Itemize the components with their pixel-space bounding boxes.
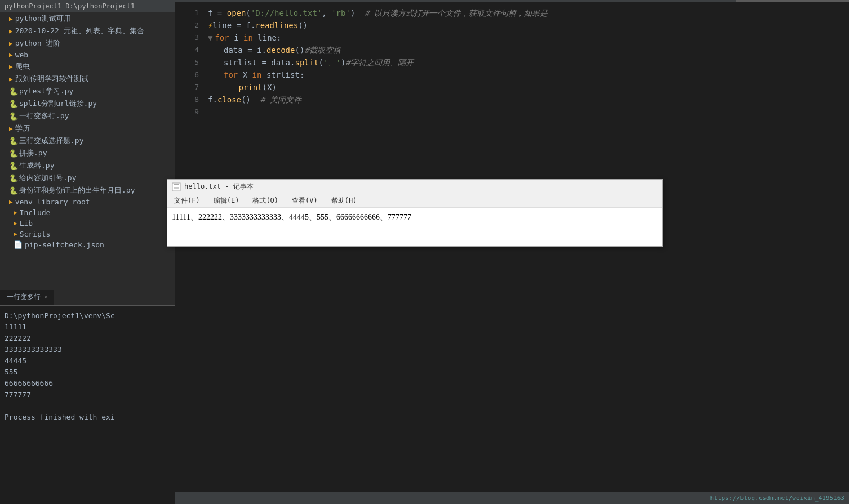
terminal-tab-multiline[interactable]: 一行变多行 × [0, 290, 54, 305]
sidebar-item-label: 三行变成选择题.py [19, 136, 83, 146]
py-file-icon: 🐍 [9, 112, 17, 120]
terminal-close-button[interactable]: × [44, 294, 47, 300]
sidebar-item-label: venv library root [15, 198, 90, 206]
terminal-output-1: 11111 [5, 322, 171, 333]
code-token: = [217, 7, 227, 19]
terminal-output-2: 222222 [5, 333, 171, 344]
line-num-2: 2 [175, 19, 199, 32]
folder-icon: ▶ [14, 209, 17, 216]
code-token: decode [266, 44, 295, 56]
notepad-menu-edit[interactable]: 编辑(E) [211, 195, 242, 206]
code-token: for [224, 69, 243, 81]
folder-icon: ▶ [9, 15, 13, 23]
sidebar-item-venv[interactable]: ▶ venv library root [0, 197, 175, 207]
code-token: = [237, 19, 246, 32]
folder-icon: ▶ [9, 75, 13, 83]
status-bar: https://blog.csdn.net/weixin_4195163 [175, 492, 849, 504]
line-num-3: 3 [175, 32, 199, 44]
sidebar-item-label: pytest学习.py [19, 86, 73, 96]
terminal-tab-label: 一行变多行 [7, 292, 41, 302]
code-token: split [295, 56, 318, 69]
sidebar-item-crawler[interactable]: ▶ 爬虫 [0, 60, 175, 73]
sidebar-item-label: Lib [20, 219, 33, 228]
notepad-content[interactable]: 11111、222222、3333333333333、44445、555、666… [167, 208, 662, 227]
py-file-icon: 🐍 [9, 100, 17, 108]
sidebar-item-scripts[interactable]: ▶ Scripts [0, 229, 175, 239]
sidebar-item-include[interactable]: ▶ Include [0, 207, 175, 218]
sidebar-item-label: python 进阶 [15, 38, 61, 48]
code-line-5: strlist = data . split ( '、' ) #字符之间用、隔开 [208, 56, 849, 69]
folder-icon: ▶ [14, 220, 17, 227]
py-file-icon: 🐍 [9, 149, 17, 157]
terminal-area: 一行变多行 × D:\pythonProject1\venv\Sc 11111 … [0, 290, 175, 504]
code-token: '、' [323, 56, 341, 69]
code-token: #字符之间用、隔开 [345, 56, 413, 69]
code-token: . [212, 93, 217, 106]
sidebar-item-web[interactable]: ▶ web [0, 50, 175, 60]
py-file-icon: 🐍 [9, 186, 17, 194]
line-num-5: 5 [175, 56, 199, 69]
code-content[interactable]: f = open ( 'D://hello.txt' , 'rb' ) # 以只… [203, 2, 849, 504]
notepad-text: 11111、222222、3333333333333、44445、555、666… [172, 213, 411, 221]
sidebar-header: pythonProject1 D:\pythonProject1 [0, 0, 175, 12]
sidebar-item-split[interactable]: 🐍 split分割url链接.py [0, 97, 175, 110]
sidebar-item-liu[interactable]: ▶ 跟刘传明学习软件测试 [0, 73, 175, 85]
sidebar-item-label: 身份证和身份证上的出生年月日.py [19, 185, 135, 195]
code-token: # 关闭文件 [251, 93, 301, 106]
sidebar-item-label: 给内容加引号.py [19, 173, 76, 183]
code-token: X [267, 81, 272, 93]
sidebar-item-python-test[interactable]: ▶ python测试可用 [0, 12, 175, 25]
sidebar-item-pytest[interactable]: 🐍 pytest学习.py [0, 85, 175, 97]
sidebar-item-generator[interactable]: 🐍 生成器.py [0, 159, 175, 172]
sidebar-item-quotes[interactable]: 🐍 给内容加引号.py [0, 172, 175, 184]
code-token: line [212, 19, 236, 32]
sidebar-item-multiline[interactable]: 🐍 一行变多行.py [0, 110, 175, 122]
folder-icon: ▶ [9, 63, 13, 70]
sidebar-item-pip-selfcheck[interactable]: 📄 pip-selfcheck.json [0, 239, 175, 250]
code-token: in [252, 69, 266, 81]
notepad-menu-view[interactable]: 查看(V) [290, 195, 320, 206]
code-token: ) [272, 81, 276, 93]
code-token: strlist [266, 69, 300, 81]
sidebar-item-quiz[interactable]: 🐍 三行变成选择题.py [0, 135, 175, 147]
code-token: ⚡ [208, 19, 212, 32]
sidebar-item-label: web [15, 51, 28, 59]
notepad-menu-help[interactable]: 帮助(H) [329, 195, 359, 206]
sidebar-item-education[interactable]: ▶ 学历 [0, 122, 175, 135]
notepad-menubar: 文件(F) 编辑(E) 格式(O) 查看(V) 帮助(H) [167, 194, 662, 208]
folder-icon: ▶ [9, 198, 13, 206]
fold-icon: ▼ [208, 32, 212, 44]
code-token: close [217, 93, 241, 106]
notepad-app-icon [172, 182, 181, 191]
code-line-7: ▼ print ( X ) [208, 81, 849, 93]
terminal-output-blank [5, 400, 171, 412]
code-token: () [295, 44, 304, 56]
code-token: i [234, 32, 243, 44]
terminal-content: D:\pythonProject1\venv\Sc 11111 222222 3… [0, 306, 175, 504]
notepad-titlebar: hello.txt - 记事本 [167, 180, 662, 194]
code-line-8: f . close () # 关闭文件 [208, 93, 849, 106]
code-line-9 [208, 106, 849, 118]
code-line-4: data = i . decode () #截取空格 [208, 44, 849, 56]
sidebar-item-lib[interactable]: ▶ Lib [0, 218, 175, 229]
sidebar-item-id[interactable]: 🐍 身份证和身份证上的出生年月日.py [0, 184, 175, 197]
folder-icon: ▶ [9, 125, 13, 132]
sidebar-item-python-advanced[interactable]: ▶ python 进阶 [0, 37, 175, 50]
folder-icon: ▶ [9, 28, 13, 35]
sidebar-item-concat[interactable]: 🐍 拼接.py [0, 147, 175, 159]
terminal-path: D:\pythonProject1\venv\Sc [5, 310, 171, 322]
status-link[interactable]: https://blog.csdn.net/weixin_4195163 [710, 494, 844, 502]
code-token: = [247, 44, 257, 56]
line-num-9: 9 [175, 106, 199, 118]
notepad-menu-format[interactable]: 格式(O) [250, 195, 281, 206]
sidebar-item-label: 爬虫 [15, 61, 30, 72]
sidebar-item-label: 跟刘传明学习软件测试 [15, 74, 88, 84]
notepad-menu-file[interactable]: 文件(F) [172, 195, 202, 206]
code-token: #截取空格 [304, 44, 340, 56]
terminal-output-6: 66666666666 [5, 378, 171, 389]
line-numbers: 1 2 3 4 5 6 7 8 9 [175, 2, 203, 504]
sidebar-item-2020[interactable]: ▶ 2020-10-22 元祖、列表、字典、集合 [0, 25, 175, 37]
code-token: data [224, 44, 247, 56]
notepad-window[interactable]: hello.txt - 记事本 文件(F) 编辑(E) 格式(O) 查看(V) … [167, 179, 663, 247]
code-token: , [322, 7, 331, 19]
